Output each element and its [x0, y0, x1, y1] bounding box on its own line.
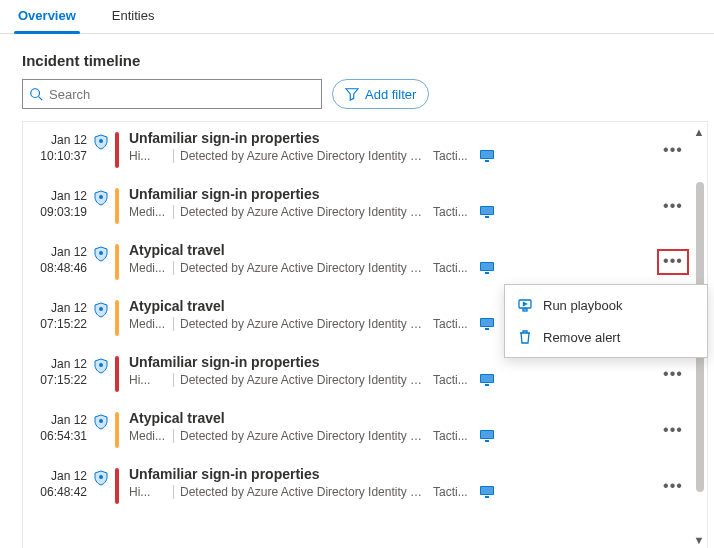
detected-by: Detected by Azure Active Directory Ident…: [180, 205, 425, 219]
monitor-icon: [479, 429, 495, 443]
svg-rect-4: [481, 151, 493, 158]
event-title: Unfamiliar sign-in properties: [129, 130, 655, 146]
svg-rect-9: [485, 216, 489, 218]
search-input[interactable]: [49, 87, 315, 102]
svg-rect-13: [485, 272, 489, 274]
row-actions: •••: [655, 354, 691, 394]
severity-label: Medi...: [129, 317, 167, 331]
event-type-icon-col: [87, 354, 115, 394]
more-actions-button[interactable]: •••: [663, 366, 683, 382]
detected-by: Detected by Azure Active Directory Ident…: [180, 429, 425, 443]
detected-by: Detected by Azure Active Directory Ident…: [180, 317, 425, 331]
event-content: Unfamiliar sign-in properties Hi... Dete…: [129, 130, 655, 170]
monitor-icon: [479, 373, 495, 387]
meta-divider: [173, 149, 174, 163]
svg-rect-16: [481, 319, 493, 326]
severity-bar: [115, 188, 119, 224]
panel-title: Incident timeline: [0, 34, 714, 79]
timestamp: Jan 12 06:48:42: [27, 466, 87, 506]
tactics-label: Tacti...: [433, 205, 473, 219]
svg-rect-25: [485, 440, 489, 442]
more-actions-button[interactable]: •••: [663, 198, 683, 214]
meta-divider: [173, 429, 174, 443]
svg-rect-28: [481, 487, 493, 494]
event-meta: Hi... Detected by Azure Active Directory…: [129, 373, 655, 387]
event-type-icon-col: [87, 298, 115, 338]
svg-line-1: [39, 97, 43, 101]
row-context-menu: Run playbook Remove alert: [504, 284, 708, 358]
search-box[interactable]: [22, 79, 322, 109]
svg-point-0: [31, 89, 40, 98]
tactics-label: Tacti...: [433, 429, 473, 443]
event-meta: Medi... Detected by Azure Active Directo…: [129, 261, 655, 275]
menu-remove-alert[interactable]: Remove alert: [505, 321, 707, 353]
timestamp: Jan 12 09:03:19: [27, 186, 87, 226]
timestamp: Jan 12 10:10:37: [27, 130, 87, 170]
tactics-label: Tacti...: [433, 149, 473, 163]
detected-by: Detected by Azure Active Directory Ident…: [180, 149, 425, 163]
timestamp-time: 06:48:42: [27, 484, 87, 500]
monitor-icon: [479, 317, 495, 331]
event-type-icon-col: [87, 466, 115, 506]
event-title: Atypical travel: [129, 242, 655, 258]
svg-point-10: [99, 251, 103, 255]
tab-entities[interactable]: Entities: [108, 0, 159, 33]
timestamp: Jan 12 07:15:22: [27, 354, 87, 394]
event-content: Unfamiliar sign-in properties Medi... De…: [129, 186, 655, 226]
svg-rect-5: [485, 160, 489, 162]
row-actions: •••: [655, 410, 691, 450]
monitor-icon: [479, 485, 495, 499]
timeline-row[interactable]: Jan 12 09:03:19 Unfamiliar sign-in prope…: [23, 178, 691, 234]
more-actions-button[interactable]: •••: [663, 142, 683, 158]
event-content: Unfamiliar sign-in properties Hi... Dete…: [129, 354, 655, 394]
menu-run-playbook[interactable]: Run playbook: [505, 289, 707, 321]
svg-point-18: [99, 363, 103, 367]
tactics-label: Tacti...: [433, 261, 473, 275]
event-meta: Medi... Detected by Azure Active Directo…: [129, 429, 655, 443]
row-actions: •••: [655, 242, 691, 282]
playbook-icon: [517, 297, 533, 313]
event-type-icon-col: [87, 410, 115, 450]
tab-overview[interactable]: Overview: [14, 0, 80, 33]
severity-bar: [115, 356, 119, 392]
shield-icon: [93, 302, 109, 318]
timeline-row[interactable]: Jan 12 10:10:37 Unfamiliar sign-in prope…: [23, 122, 691, 178]
timeline-row[interactable]: Jan 12 06:54:31 Atypical travel Medi... …: [23, 402, 691, 458]
tactics-label: Tacti...: [433, 317, 473, 331]
event-type-icon-col: [87, 242, 115, 282]
timestamp: Jan 12 06:54:31: [27, 410, 87, 450]
scroll-down-arrow[interactable]: ▼: [693, 534, 705, 546]
more-actions-button[interactable]: •••: [657, 249, 689, 275]
severity-bar: [115, 468, 119, 504]
more-actions-button[interactable]: •••: [663, 478, 683, 494]
severity-label: Hi...: [129, 485, 167, 499]
severity-label: Hi...: [129, 373, 167, 387]
trash-icon: [517, 329, 533, 345]
detected-by: Detected by Azure Active Directory Ident…: [180, 261, 425, 275]
svg-point-14: [99, 307, 103, 311]
scroll-up-arrow[interactable]: ▲: [693, 126, 705, 138]
timestamp-time: 09:03:19: [27, 204, 87, 220]
row-actions: •••: [655, 130, 691, 170]
timestamp-date: Jan 12: [27, 412, 87, 428]
svg-rect-8: [481, 207, 493, 214]
timeline-row[interactable]: Jan 12 06:48:42 Unfamiliar sign-in prope…: [23, 458, 691, 514]
timeline-row[interactable]: Jan 12 08:48:46 Atypical travel Medi... …: [23, 234, 691, 290]
meta-divider: [173, 317, 174, 331]
shield-icon: [93, 414, 109, 430]
svg-point-2: [99, 139, 103, 143]
svg-point-26: [99, 475, 103, 479]
timestamp-date: Jan 12: [27, 468, 87, 484]
timestamp-date: Jan 12: [27, 356, 87, 372]
shield-icon: [93, 470, 109, 486]
timestamp-time: 07:15:22: [27, 316, 87, 332]
monitor-icon: [479, 205, 495, 219]
add-filter-button[interactable]: Add filter: [332, 79, 429, 109]
more-actions-button[interactable]: •••: [663, 422, 683, 438]
svg-rect-17: [485, 328, 489, 330]
event-meta: Hi... Detected by Azure Active Directory…: [129, 485, 655, 499]
shield-icon: [93, 358, 109, 374]
timestamp-date: Jan 12: [27, 244, 87, 260]
menu-run-playbook-label: Run playbook: [543, 298, 623, 313]
timestamp: Jan 12 07:15:22: [27, 298, 87, 338]
